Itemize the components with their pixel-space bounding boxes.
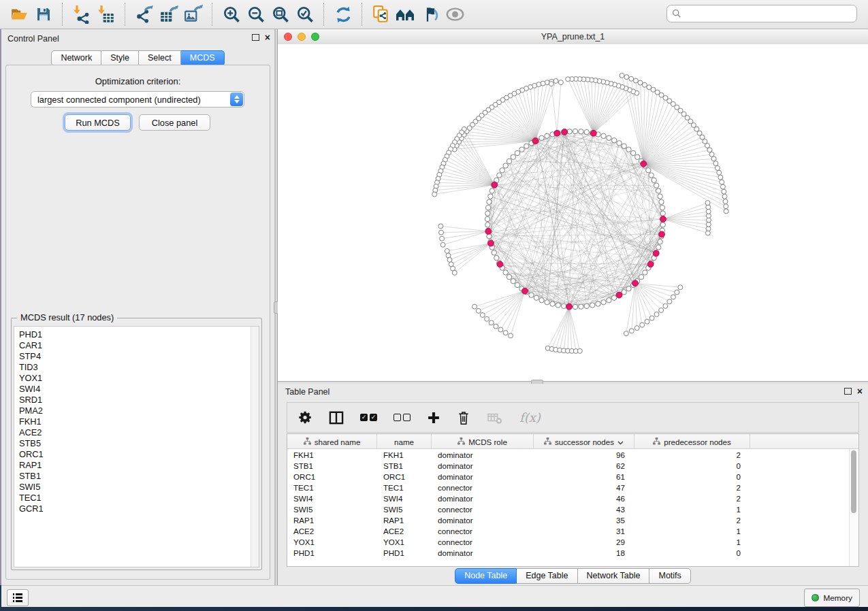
column-header-name[interactable]: name [377, 434, 432, 449]
memory-button[interactable]: Memory [804, 589, 860, 607]
zoom-fit-icon[interactable] [268, 3, 293, 25]
table-row[interactable]: ACE2ACE2connector311 [287, 525, 858, 536]
table-cell: 47 [534, 483, 634, 492]
clone-network-icon[interactable] [369, 3, 393, 25]
search-box [666, 5, 857, 22]
export-image-icon[interactable] [181, 3, 206, 25]
table-row[interactable]: SWI4SWI4dominator462 [287, 493, 858, 503]
table-settings-icon[interactable] [298, 410, 312, 425]
network-graph[interactable] [278, 44, 868, 381]
refresh-layout-icon[interactable] [331, 3, 355, 25]
table-cell: 2 [634, 483, 750, 492]
delete-icon[interactable] [457, 410, 470, 425]
zoom-in-icon[interactable] [219, 3, 244, 25]
save-session-icon[interactable] [31, 3, 56, 25]
mcds-result-item[interactable]: TEC1 [19, 493, 259, 503]
mcds-result-item[interactable]: STB5 [19, 438, 259, 449]
table-row[interactable]: SWI5SWI5connector431 [287, 503, 858, 514]
add-icon[interactable] [427, 411, 440, 425]
tab-style[interactable]: Style [101, 50, 139, 66]
tab-node-table[interactable]: Node Table [455, 568, 517, 584]
mcds-result-item[interactable]: TID3 [19, 362, 259, 373]
table-cell: 35 [534, 516, 634, 525]
tab-network[interactable]: Network [51, 50, 101, 66]
export-table-icon[interactable] [157, 3, 181, 25]
table-cell: 62 [534, 461, 634, 470]
column-type-icon [304, 437, 311, 446]
run-mcds-button[interactable]: Run MCDS [65, 114, 131, 131]
close-panel-icon[interactable]: × [857, 388, 863, 395]
column-header-mcds-role[interactable]: MCDS role [432, 434, 534, 449]
mcds-result-item[interactable]: GCR1 [19, 503, 259, 514]
column-header-shared-name[interactable]: shared name [287, 434, 377, 449]
mcds-result-item[interactable]: SWI4 [19, 384, 259, 395]
deselect-all-icon[interactable] [393, 414, 411, 421]
close-panel-icon[interactable]: × [265, 34, 270, 41]
list-icon [13, 597, 23, 599]
mcds-result-item[interactable]: FKH1 [19, 416, 259, 427]
network-canvas[interactable] [278, 44, 868, 381]
table-cell: dominator [432, 516, 534, 525]
mcds-result-item[interactable]: ORC1 [19, 449, 259, 460]
column-header-predecessor-nodes[interactable]: predecessor nodes [634, 434, 750, 449]
table-row[interactable]: ORC1ORC1dominator610 [287, 471, 858, 482]
table-row[interactable]: YOX1YOX1connector291 [287, 536, 858, 547]
mcds-result-item[interactable]: PHD1 [19, 329, 259, 340]
mcds-result-item[interactable]: STB1 [19, 471, 259, 482]
optimization-select[interactable]: largest connected component (undirected) [31, 91, 244, 108]
table-cell: dominator [432, 548, 534, 557]
table-cell: 2 [634, 516, 750, 525]
mcds-result-item[interactable]: SWI5 [19, 482, 259, 493]
mcds-result-item[interactable]: CAR1 [19, 340, 259, 351]
mcds-list-scrollbar[interactable] [251, 327, 259, 567]
tab-select[interactable]: Select [139, 50, 181, 66]
network-title: YPA_prune.txt_1 [278, 32, 868, 42]
search-input[interactable] [684, 8, 856, 19]
open-file-icon[interactable] [7, 3, 31, 25]
tab-network-table[interactable]: Network Table [578, 568, 650, 584]
mcds-result-item[interactable]: SRD1 [19, 395, 259, 406]
float-panel-icon[interactable] [252, 34, 259, 41]
table-row[interactable]: FKH1FKH1dominator962 [287, 449, 858, 460]
float-panel-icon[interactable] [844, 388, 852, 395]
mcds-result-item[interactable]: ACE2 [19, 427, 259, 438]
mcds-result-item[interactable]: YOX1 [19, 373, 259, 384]
annotation-icon[interactable] [418, 3, 443, 25]
close-panel-button[interactable]: Close panel [139, 114, 210, 131]
import-network-icon[interactable] [69, 3, 94, 25]
table-scrollbar[interactable] [849, 449, 858, 566]
zoom-out-icon[interactable] [244, 3, 268, 25]
table-cell: connector [432, 505, 534, 514]
table-row[interactable]: STB1STB1dominator620 [287, 460, 858, 471]
node-table: shared namenameMCDS rolesuccessor nodesp… [287, 433, 859, 567]
mcds-result-item[interactable]: PMA2 [19, 406, 259, 416]
control-panel: Control Panel × NetworkStyleSelectMCDS O… [1, 29, 275, 585]
table-cell: ACE2 [377, 527, 432, 535]
show-hide-icon[interactable] [443, 3, 467, 25]
table-row[interactable]: RAP1RAP1dominator352 [287, 514, 858, 525]
tab-mcds[interactable]: MCDS [181, 50, 225, 66]
mcds-result-item[interactable]: RAP1 [19, 460, 259, 471]
scrollbar-thumb[interactable] [851, 450, 856, 513]
import-table-icon[interactable] [94, 3, 118, 25]
table-cell: 1 [634, 538, 750, 546]
table-row[interactable]: PHD1PHD1dominator180 [287, 547, 858, 558]
memory-status-icon [811, 594, 819, 601]
column-header-successor-nodes[interactable]: successor nodes [534, 434, 634, 449]
first-neighbors-icon[interactable] [393, 3, 418, 25]
table-cell: SWI5 [377, 505, 432, 514]
table-cell: 0 [634, 461, 750, 470]
tab-motifs[interactable]: Motifs [649, 568, 690, 584]
mcds-result-item[interactable]: STP4 [19, 351, 259, 362]
tab-edge-table[interactable]: Edge Table [517, 568, 577, 584]
task-history-button[interactable] [7, 589, 29, 606]
column-view-icon[interactable] [329, 411, 344, 425]
table-cell: PHD1 [287, 548, 377, 557]
mcds-result-list[interactable]: PHD1CAR1STP4TID3YOX1SWI4SRD1PMA2FKH1ACE2… [14, 326, 259, 567]
zoom-selected-icon[interactable] [293, 3, 317, 25]
export-network-icon[interactable] [132, 3, 157, 25]
table-cell: 18 [534, 548, 634, 557]
mcds-result-title: MCDS result (17 nodes) [17, 312, 117, 323]
select-all-icon[interactable]: ✓✓ [360, 414, 377, 421]
table-row[interactable]: TEC1TEC1connector472 [287, 482, 858, 493]
